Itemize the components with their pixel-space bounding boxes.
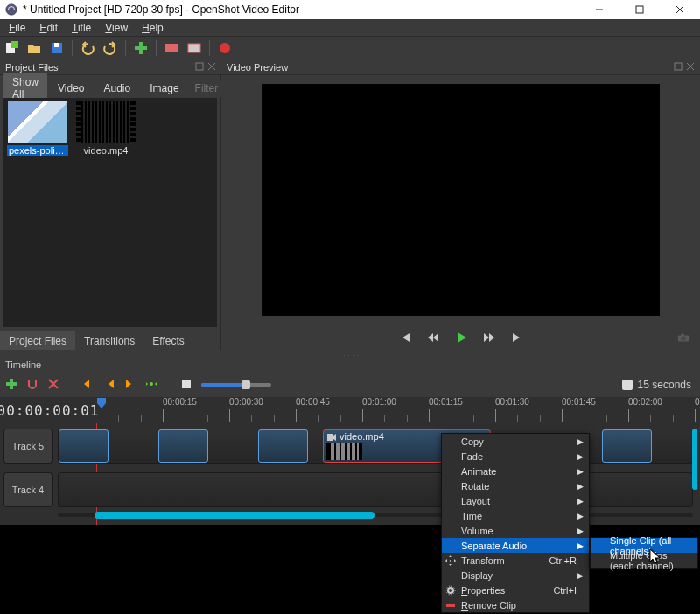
menu-item-label: Multiple Clips (each channel) — [610, 550, 676, 571]
timeline-clip[interactable] — [59, 429, 108, 463]
submenu-arrow-icon: ▶ — [578, 512, 584, 520]
context-menu-item[interactable]: TransformCtrl+R — [442, 553, 589, 568]
open-project-button[interactable] — [26, 40, 42, 56]
import-files-button[interactable] — [133, 40, 149, 56]
marker-prev-button[interactable] — [82, 378, 94, 393]
menu-item-label: Rotate — [461, 481, 489, 492]
timeline-clip[interactable] — [602, 429, 652, 463]
playhead-marker-icon[interactable] — [96, 397, 107, 412]
menu-view[interactable]: View — [98, 20, 135, 36]
preview-canvas[interactable] — [262, 84, 660, 316]
ruler-tick: 00:01:15 — [429, 397, 463, 407]
menu-help[interactable]: Help — [135, 20, 171, 36]
timeline-h-scrollbar[interactable] — [58, 511, 693, 520]
menu-title[interactable]: Title — [65, 20, 98, 36]
track-lane[interactable] — [58, 472, 693, 507]
timeline-clip[interactable] — [158, 429, 208, 463]
context-menu-item[interactable]: Time▶ — [442, 508, 589, 523]
timeline-clip[interactable] — [258, 429, 308, 463]
menu-file[interactable]: File — [2, 20, 32, 36]
video-preview-panel — [221, 75, 700, 350]
window-maximize-button[interactable] — [620, 0, 660, 19]
next-keyframe-button[interactable] — [124, 378, 136, 393]
snap-button[interactable] — [26, 378, 38, 393]
tab-audio[interactable]: Audio — [95, 79, 140, 98]
tab-video[interactable]: Video — [49, 79, 93, 98]
ruler-tick: 00:02:15 — [695, 397, 700, 407]
export-button[interactable] — [217, 40, 233, 56]
menu-item-label: Time — [461, 511, 482, 521]
bottom-tab-transitions[interactable]: Transitions — [75, 331, 144, 350]
timeline-v-scrollbar[interactable] — [691, 423, 698, 516]
file-item[interactable]: video.mp4 — [75, 101, 136, 156]
panel-float-icon[interactable] — [674, 62, 682, 73]
window-minimize-button[interactable] — [579, 0, 620, 19]
zoom-fit-button[interactable] — [180, 378, 192, 393]
center-playhead-button[interactable] — [145, 378, 158, 393]
bottom-tab-project-files[interactable]: Project Files — [0, 331, 75, 350]
tab-image[interactable]: Image — [141, 79, 187, 98]
menubar: File Edit Title View Help — [0, 19, 700, 37]
project-files-panel: Show All Video Audio Image pexels-polina… — [0, 75, 221, 350]
panel-drag-handle[interactable]: ..... — [0, 350, 700, 357]
track-header[interactable]: Track 4 — [4, 472, 52, 507]
context-menu-item[interactable]: Separate Audio▶ — [442, 538, 589, 553]
panel-float-icon[interactable] — [195, 62, 204, 73]
context-menu-item[interactable]: Display▶ — [442, 568, 589, 583]
svg-rect-12 — [188, 44, 200, 52]
prev-keyframe-button[interactable] — [103, 378, 116, 393]
move-icon — [444, 555, 457, 567]
app-icon — [5, 3, 18, 16]
context-menu-item[interactable]: Multiple Clips (each channel) — [591, 553, 697, 568]
svg-point-31 — [448, 588, 453, 593]
jump-start-button[interactable] — [397, 330, 413, 345]
zoom-slider[interactable] — [201, 383, 271, 387]
menu-edit[interactable]: Edit — [32, 20, 65, 36]
svg-rect-22 — [681, 333, 684, 336]
redo-button[interactable] — [102, 40, 118, 56]
time-ruler[interactable]: 00:00:1500:00:3000:00:4500:01:0000:01:15… — [96, 397, 700, 423]
snapshot-icon[interactable] — [676, 330, 691, 345]
context-menu-item[interactable]: Animate▶ — [442, 464, 589, 478]
play-button[interactable] — [453, 330, 469, 345]
svg-point-27 — [150, 382, 153, 386]
timeline-panel: Timeline 15 seconds 00:00:00:01 00:00:15… — [0, 357, 700, 525]
fullscreen-button[interactable] — [186, 40, 202, 56]
context-menu-item[interactable]: PropertiesCtrl+I — [442, 583, 589, 597]
save-project-button[interactable] — [49, 40, 65, 56]
new-project-button[interactable] — [4, 40, 19, 56]
context-menu-item[interactable]: Fade▶ — [442, 449, 589, 464]
timeline-seconds-checkbox[interactable] — [622, 380, 633, 390]
svg-rect-17 — [675, 63, 682, 70]
track-header[interactable]: Track 5 — [4, 429, 52, 464]
minus-icon — [444, 599, 457, 611]
menu-item-label: Copy — [461, 436, 484, 447]
submenu-arrow-icon: ▶ — [578, 482, 584, 491]
fastforward-button[interactable] — [481, 330, 497, 345]
playhead-timecode: 00:00:00:01 — [0, 397, 96, 423]
track-lane[interactable]: video.mp4 — [58, 429, 693, 464]
file-item[interactable]: pexels-polina-ta... — [7, 101, 68, 156]
razor-button[interactable] — [47, 378, 60, 393]
file-list[interactable]: pexels-polina-ta... video.mp4 — [4, 98, 217, 327]
context-menu-item[interactable]: Rotate▶ — [442, 478, 589, 493]
menu-item-label: Separate Audio — [461, 541, 527, 551]
svg-point-21 — [681, 336, 685, 340]
panel-close-icon[interactable] — [207, 62, 216, 73]
window-titlebar: * Untitled Project [HD 720p 30 fps] - Op… — [0, 0, 700, 19]
panel-close-icon[interactable] — [686, 62, 695, 73]
window-close-button[interactable] — [660, 0, 700, 19]
profiles-button[interactable] — [164, 40, 179, 56]
file-label: pexels-polina-ta... — [7, 145, 68, 156]
context-menu-item[interactable]: Copy▶ — [442, 434, 589, 449]
undo-button[interactable] — [80, 40, 95, 56]
context-menu-item[interactable]: Remove Clip — [442, 597, 589, 612]
rewind-button[interactable] — [425, 330, 441, 345]
context-menu-item[interactable]: Volume▶ — [442, 523, 589, 538]
context-menu-item[interactable]: Layout▶ — [442, 493, 589, 508]
jump-end-button[interactable] — [509, 330, 525, 345]
track-row: Track 4 — [0, 472, 700, 507]
bottom-tab-effects[interactable]: Effects — [144, 331, 192, 350]
menu-item-label: Volume — [461, 526, 494, 536]
add-track-button[interactable] — [5, 378, 18, 393]
